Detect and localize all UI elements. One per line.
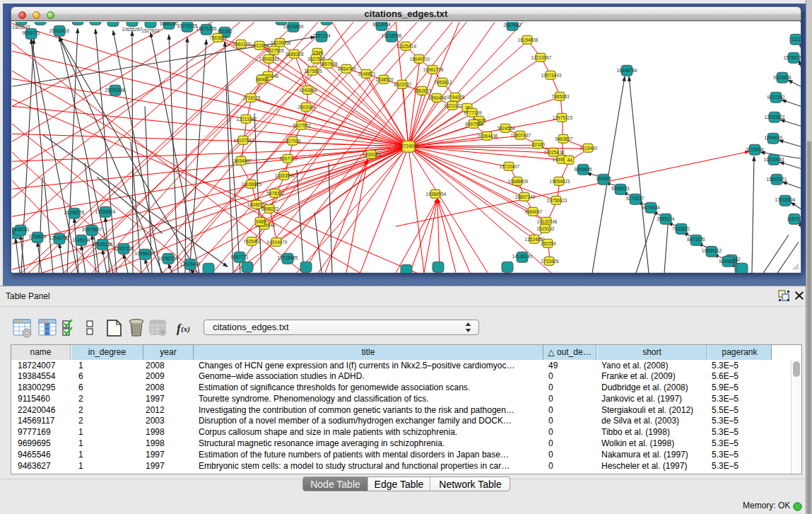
svg-text:10654112: 10654112 [702, 248, 722, 253]
svg-text:10025438: 10025438 [544, 150, 565, 155]
svg-text:9327505: 9327505 [266, 48, 284, 53]
svg-text:6179197: 6179197 [626, 196, 645, 201]
svg-text:15751074: 15751074 [784, 55, 801, 60]
svg-text:25053346: 25053346 [105, 88, 126, 93]
svg-text:1156829: 1156829 [29, 234, 47, 239]
svg-text:9777169: 9777169 [464, 110, 482, 115]
svg-text:19654987: 19654987 [232, 158, 252, 163]
svg-text:20911416: 20911416 [49, 28, 70, 33]
svg-text:1538520: 1538520 [375, 77, 394, 82]
svg-text:6497568: 6497568 [465, 122, 483, 127]
svg-text:12093822: 12093822 [765, 115, 785, 119]
svg-text:9146821: 9146821 [358, 71, 376, 76]
svg-text:15720407: 15720407 [500, 164, 520, 169]
svg-text:1621022: 1621022 [444, 103, 462, 108]
svg-text:16120746: 16120746 [537, 219, 558, 224]
svg-text:14914479: 14914479 [267, 240, 288, 245]
svg-text:9794028: 9794028 [447, 95, 465, 100]
svg-text:7632621: 7632621 [672, 226, 690, 231]
svg-text:1733426: 1733426 [541, 259, 559, 264]
svg-text:9329906: 9329906 [773, 75, 792, 80]
svg-text:12942757: 12942757 [49, 235, 70, 240]
svg-text:9242848: 9242848 [299, 88, 317, 93]
svg-text:1615132: 1615132 [536, 226, 555, 231]
svg-text:417006: 417006 [286, 139, 301, 144]
svg-text:16154808: 16154808 [518, 37, 539, 42]
svg-text:12975115: 12975115 [553, 115, 573, 120]
svg-text:16640910: 16640910 [410, 57, 430, 62]
svg-text:1362615: 1362615 [413, 88, 432, 93]
svg-text:2803144: 2803144 [298, 105, 316, 110]
svg-text:1930025: 1930025 [363, 152, 381, 157]
svg-text:3215958: 3215958 [746, 147, 764, 152]
svg-text:16671355: 16671355 [196, 26, 217, 31]
svg-text:30975867: 30975867 [82, 227, 102, 232]
svg-text:7625402: 7625402 [243, 239, 261, 244]
svg-text:20364436: 20364436 [478, 134, 498, 139]
svg-text:98961: 98961 [256, 77, 269, 82]
svg-text:5938923: 5938923 [611, 186, 630, 191]
svg-text:252254: 252254 [541, 241, 556, 246]
svg-text:10807487: 10807487 [511, 133, 531, 138]
svg-text:15692971: 15692971 [767, 177, 787, 182]
svg-text:9384067: 9384067 [524, 209, 543, 214]
svg-text:1112: 1112 [791, 37, 801, 42]
svg-text:8322037: 8322037 [394, 82, 412, 87]
svg-text:8267110: 8267110 [280, 156, 298, 161]
svg-text:8813054: 8813054 [372, 22, 391, 27]
svg-text:16107552: 16107552 [234, 138, 254, 143]
svg-text:2087682: 2087682 [503, 23, 522, 28]
svg-text:5678332: 5678332 [266, 191, 285, 196]
svg-text:16782759: 16782759 [158, 256, 179, 261]
svg-text:19654923: 19654923 [550, 179, 570, 184]
svg-text:12923448: 12923448 [180, 262, 201, 267]
svg-text:16210643: 16210643 [764, 157, 784, 162]
svg-text:11353594: 11353594 [275, 173, 295, 178]
svg-text:16033809: 16033809 [283, 24, 304, 29]
svg-text:12213382: 12213382 [237, 117, 257, 122]
svg-text:16543362: 16543362 [259, 57, 280, 62]
svg-text:5498222: 5498222 [261, 206, 279, 211]
svg-text:10688609: 10688609 [508, 179, 529, 184]
svg-text:2718176: 2718176 [242, 95, 261, 100]
svg-text:3824554: 3824554 [497, 126, 515, 131]
svg-text:1527602: 1527602 [141, 28, 160, 33]
svg-text:17359924: 17359924 [95, 209, 116, 214]
svg-text:3675685: 3675685 [304, 69, 322, 74]
svg-text:6466160: 6466160 [160, 22, 178, 26]
svg-text:9463627: 9463627 [555, 136, 573, 141]
svg-text:17016504: 17016504 [775, 197, 796, 202]
svg-text:15716485: 15716485 [278, 255, 298, 260]
svg-text:10973493: 10973493 [541, 73, 562, 78]
svg-text:12505135: 12505135 [93, 242, 113, 247]
svg-text:18724007: 18724007 [399, 144, 419, 148]
svg-text:7563822: 7563822 [209, 35, 228, 40]
svg-text:62160: 62160 [532, 142, 545, 147]
svg-text:(x): (x) [181, 325, 190, 334]
svg-text:8454749: 8454749 [338, 66, 356, 71]
svg-text:9489: 9489 [256, 219, 266, 224]
svg-text:9115460: 9115460 [580, 146, 598, 151]
svg-text:17957225: 17957225 [114, 246, 134, 251]
svg-text:2935114: 2935114 [657, 216, 675, 221]
svg-text:16648784: 16648784 [617, 68, 637, 73]
svg-text:8912954: 8912954 [251, 43, 269, 48]
svg-text:9899695: 9899695 [574, 167, 592, 172]
svg-text:10958107: 10958107 [135, 251, 155, 256]
svg-text:7357224: 7357224 [312, 33, 331, 38]
svg-text:19218506: 19218506 [382, 33, 402, 38]
svg-text:1244419: 1244419 [764, 135, 782, 140]
svg-text:1145194: 1145194 [73, 238, 90, 243]
svg-text:14136141: 14136141 [512, 254, 533, 259]
svg-text:19384554: 19384554 [426, 192, 447, 197]
svg-text:7955812: 7955812 [434, 80, 452, 85]
svg-text:9245652: 9245652 [719, 259, 737, 264]
svg-text:12213967: 12213967 [531, 55, 552, 60]
svg-text:18807249: 18807249 [515, 194, 536, 199]
svg-text:8427552: 8427552 [293, 123, 311, 128]
svg-text:19166825: 19166825 [242, 182, 262, 187]
svg-text:2867608: 2867608 [319, 62, 338, 66]
svg-text:8990448: 8990448 [428, 95, 447, 100]
svg-text:8186328: 8186328 [286, 52, 304, 57]
svg-text:20206576: 20206576 [64, 210, 85, 215]
